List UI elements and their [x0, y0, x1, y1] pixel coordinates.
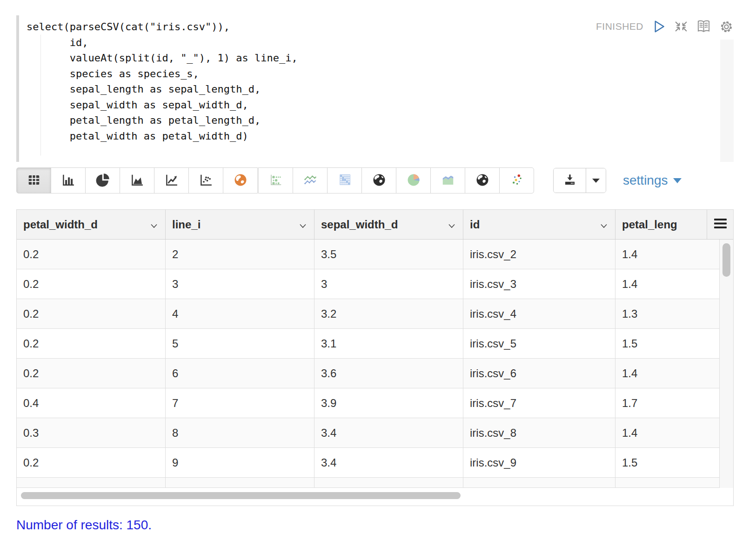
cell: 3.5 [314, 240, 463, 269]
globe-dark-icon [475, 173, 489, 188]
pie-chart-icon [96, 173, 110, 188]
viz-tab-bar-chart[interactable] [51, 167, 86, 193]
viz-tab-area-colored[interactable] [430, 167, 465, 193]
column-header-petal-width[interactable]: petal_width_d [17, 210, 166, 239]
cell: 1.4 [615, 240, 720, 269]
column-header-line-i[interactable]: line_i [166, 210, 314, 239]
column-header-petal-length[interactable]: petal_leng [615, 210, 707, 239]
cell: 1.5 [615, 448, 720, 477]
cell: iris.csv_6 [463, 359, 615, 388]
horizontal-scrollbar-thumb[interactable] [21, 492, 461, 499]
vertical-scrollbar-track[interactable] [720, 240, 733, 488]
cell: iris.csv_3 [463, 269, 615, 299]
cell: 3.4 [314, 418, 463, 447]
cell: iris.csv_4 [463, 299, 615, 328]
viz-tab-matrix-heatmap[interactable] [327, 167, 362, 193]
table-row: 0.2 9 3.4 iris.csv_9 1.5 [17, 448, 720, 478]
table-row: 0.4 7 3.9 iris.csv_7 1.7 [17, 388, 720, 418]
viz-tab-pie-colored[interactable] [396, 167, 431, 193]
table-row-partial [17, 478, 720, 488]
cell: iris.csv_8 [463, 418, 615, 447]
cell: 1.4 [615, 418, 720, 447]
chevron-down-icon[interactable] [150, 218, 158, 231]
download-button[interactable] [554, 168, 586, 193]
viz-tab-table[interactable] [16, 167, 51, 193]
column-label: id [470, 218, 480, 231]
cell: iris.csv_2 [463, 240, 615, 269]
vertical-scrollbar-thumb[interactable] [722, 243, 730, 277]
cell: 1.3 [615, 299, 720, 328]
download-icon [563, 173, 577, 188]
compress-icon[interactable] [674, 20, 688, 33]
viz-tab-scatter-colored[interactable] [499, 167, 534, 193]
viz-button-group [16, 167, 534, 193]
area-chart-icon [130, 173, 144, 188]
download-options-button[interactable] [586, 168, 606, 193]
column-header-id[interactable]: id [463, 210, 615, 239]
grid-menu-button[interactable] [707, 210, 733, 239]
gear-icon[interactable] [719, 20, 734, 34]
table-row: 0.2 4 3.2 iris.csv_4 1.3 [17, 299, 720, 329]
cell: 1.4 [615, 359, 720, 388]
column-label: petal_width_d [23, 218, 98, 231]
grid-header-row: petal_width_d line_i sepal_width_d id pe… [17, 210, 733, 240]
cell: 9 [166, 448, 314, 477]
bubble-chart-icon [269, 173, 283, 188]
cell: 1.7 [615, 388, 720, 418]
book-icon[interactable] [696, 20, 711, 33]
play-icon[interactable] [651, 19, 666, 34]
viz-tab-map-orange[interactable] [223, 167, 258, 193]
viz-tab-line-chart[interactable] [154, 167, 189, 193]
viz-tab-globe-1[interactable] [361, 167, 396, 193]
cell: 0.2 [17, 329, 166, 358]
cell [615, 478, 720, 487]
settings-toggle[interactable]: settings [623, 173, 682, 188]
code-editor[interactable]: select(parseCSV(cat("iris.csv")), id, va… [27, 19, 715, 144]
bar-chart-icon [61, 173, 75, 188]
table-row: 0.2 5 3.1 iris.csv_5 1.5 [17, 329, 720, 359]
viz-tab-bubble-chart[interactable] [258, 167, 293, 193]
scatter-chart-icon [199, 173, 213, 188]
table-icon [27, 173, 41, 188]
viz-tab-globe-2[interactable] [465, 167, 500, 193]
zeppelin-paragraph: select(parseCSV(cat("iris.csv")), id, va… [0, 0, 749, 560]
cell: 0.2 [17, 269, 166, 299]
cell: iris.csv_7 [463, 388, 615, 418]
table-row: 0.2 2 3.5 iris.csv_2 1.4 [17, 240, 720, 269]
settings-label: settings [623, 173, 668, 188]
chevron-down-icon[interactable] [299, 218, 307, 231]
download-split-button [553, 168, 606, 193]
cell: 0.3 [17, 418, 166, 447]
cell: 3.6 [314, 359, 463, 388]
table-row: 0.2 6 3.6 iris.csv_6 1.4 [17, 359, 720, 388]
table-row: 0.3 8 3.4 iris.csv_8 1.4 [17, 418, 720, 448]
editor-scrollbar-track[interactable] [720, 40, 734, 162]
pie-colored-icon [407, 173, 421, 188]
chevron-down-icon[interactable] [600, 218, 608, 231]
results-count: Number of results: 150. [16, 518, 152, 533]
cell: 1.4 [615, 269, 720, 299]
column-header-sepal-width[interactable]: sepal_width_d [314, 210, 463, 239]
caret-down-icon [592, 179, 600, 183]
cell: 3.2 [314, 299, 463, 328]
viz-tab-pie-chart[interactable] [85, 167, 120, 193]
chevron-down-icon[interactable] [448, 218, 455, 231]
cell: 7 [166, 388, 314, 418]
viz-tab-multi-line-chart[interactable] [293, 167, 328, 193]
viz-tab-scatter-chart[interactable] [188, 167, 223, 193]
cell: 1.5 [615, 329, 720, 358]
status-badge: FINISHED [596, 21, 643, 32]
cell: 2 [166, 240, 314, 269]
horizontal-scrollbar-track[interactable] [17, 488, 733, 506]
viz-tab-area-chart[interactable] [120, 167, 154, 193]
cell [314, 478, 463, 487]
globe-dark-icon [372, 173, 386, 188]
cell [17, 478, 166, 487]
matrix-heatmap-icon [338, 173, 352, 188]
editor-left-bar [16, 15, 19, 162]
cell: 3.4 [314, 448, 463, 477]
cell: iris.csv_9 [463, 448, 615, 477]
cell: 3 [314, 269, 463, 299]
cell: 3.1 [314, 329, 463, 358]
cell: 0.2 [17, 448, 166, 477]
